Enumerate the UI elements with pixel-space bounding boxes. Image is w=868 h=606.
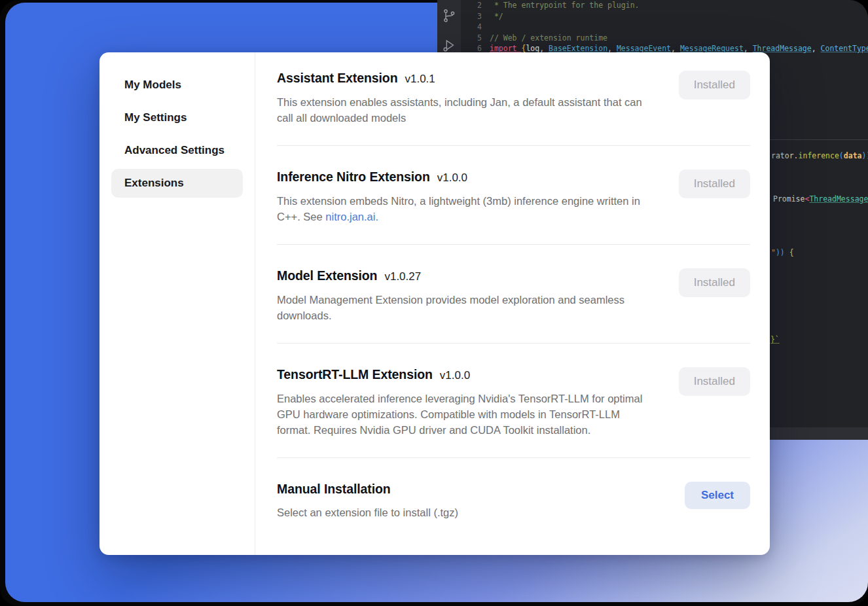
- extension-version: v1.0.1: [405, 73, 435, 86]
- extension-title: Inference Nitro Extension: [277, 169, 430, 185]
- settings-sidebar: My Models My Settings Advanced Settings …: [99, 52, 255, 555]
- extension-row-tensorrt-llm: TensortRT-LLM Extension v1.0.0 Enables a…: [277, 343, 750, 457]
- line-number: 4: [461, 22, 482, 33]
- extension-description: Enables accelerated inference leveraging…: [277, 391, 655, 438]
- installed-button: Installed: [679, 268, 750, 297]
- screenshot-canvas: 23456 * The entrypoint for the plugin. *…: [0, 0, 868, 606]
- extension-title: TensortRT-LLM Extension: [277, 367, 433, 382]
- editor-gutter: 23456: [461, 0, 490, 54]
- code-line: // Web / extension runtime: [490, 33, 868, 44]
- sidebar-item-advanced-settings[interactable]: Advanced Settings: [111, 136, 243, 165]
- line-number: 5: [461, 33, 482, 44]
- line-number: 2: [461, 0, 482, 11]
- nitro-jan-ai-link[interactable]: nitro.jan.ai.: [325, 211, 378, 223]
- sidebar-item-extensions[interactable]: Extensions: [111, 169, 243, 198]
- code-line: [490, 22, 868, 33]
- extension-version: v1.0.0: [437, 171, 467, 185]
- run-debug-icon[interactable]: [442, 38, 456, 52]
- code-fragment: Promise<ThreadMessage>: [773, 194, 868, 205]
- source-control-icon[interactable]: [442, 9, 456, 23]
- extension-description: This extension enables assistants, inclu…: [277, 94, 655, 126]
- extension-description: This extension embeds Nitro, a lightweig…: [277, 193, 655, 224]
- installed-button: Installed: [679, 367, 750, 396]
- extension-description: Model Management Extension provides mode…: [277, 292, 655, 323]
- extension-row-assistant: Assistant Extension v1.0.1 This extensio…: [277, 71, 750, 145]
- sidebar-item-my-settings[interactable]: My Settings: [111, 103, 243, 132]
- editor-code-lines: * The entrypoint for the plugin. */// We…: [490, 0, 868, 54]
- extension-title: Model Extension: [277, 268, 377, 283]
- select-button[interactable]: Select: [685, 482, 750, 509]
- code-fragment: rator.inference(data));: [771, 151, 868, 162]
- extension-row-manual-installation: Manual Installation Select an extension …: [277, 457, 750, 540]
- line-number: 3: [461, 11, 482, 22]
- extension-description: Select an extension file to install (.tg…: [277, 505, 458, 520]
- extension-title: Manual Installation: [277, 482, 391, 497]
- extension-version: v1.0.0: [440, 369, 470, 382]
- extension-version: v1.0.27: [384, 270, 421, 283]
- code-line: */: [490, 11, 868, 22]
- installed-button: Installed: [679, 169, 750, 198]
- settings-modal: My Models My Settings Advanced Settings …: [99, 52, 770, 555]
- extension-row-inference-nitro: Inference Nitro Extension v1.0.0 This ex…: [277, 145, 750, 244]
- installed-button: Installed: [679, 71, 750, 99]
- extension-row-model: Model Extension v1.0.27 Model Management…: [277, 244, 750, 343]
- extension-title: Assistant Extension: [277, 71, 397, 86]
- code-fragment: ")) {: [771, 247, 794, 258]
- sidebar-item-my-models[interactable]: My Models: [111, 71, 243, 99]
- code-line: * The entrypoint for the plugin.: [490, 0, 868, 11]
- extensions-list: Assistant Extension v1.0.1 This extensio…: [255, 52, 770, 555]
